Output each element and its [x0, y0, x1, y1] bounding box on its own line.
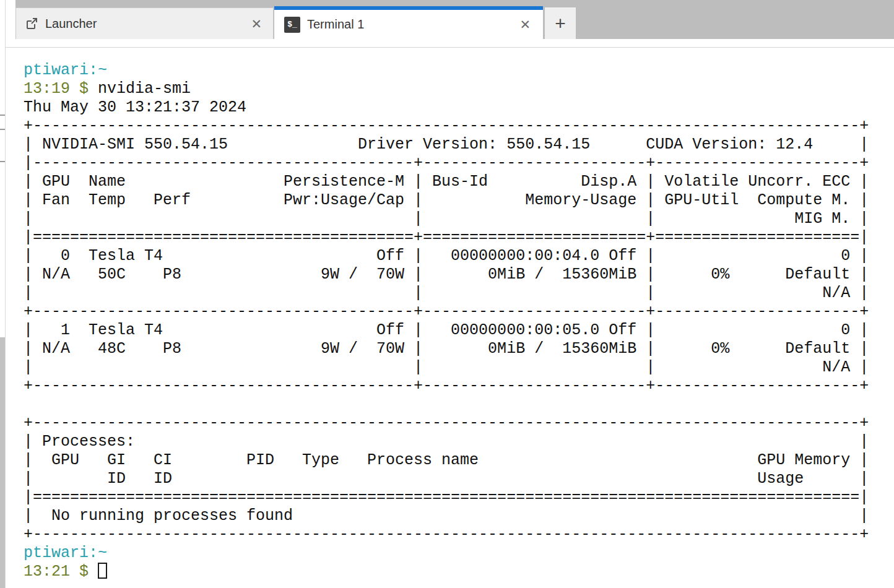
terminal-line: ptiwari:~	[24, 61, 894, 80]
tab-bar: Launcher ✕ $_ Terminal 1 ✕ +	[15, 0, 894, 39]
terminal-line: | | | N/A |	[24, 358, 894, 377]
launcher-icon	[25, 17, 38, 30]
terminal-line: | Processes: |	[24, 433, 894, 451]
gutter-tick	[0, 129, 5, 130]
terminal-line: | No running processes found |	[24, 507, 894, 525]
plus-icon: +	[555, 14, 566, 33]
new-tab-button[interactable]: +	[545, 7, 576, 39]
terminal-line: | ID ID Usage |	[24, 470, 894, 488]
terminal-line: | N/A 50C P8 9W / 70W | 0MiB / 15360MiB …	[24, 266, 894, 284]
close-icon[interactable]: ✕	[517, 17, 533, 32]
terminal-line: | N/A 48C P8 9W / 70W | 0MiB / 15360MiB …	[24, 340, 894, 358]
left-gutter	[0, 0, 15, 588]
terminal-output: ptiwari:~13:19 $ nvidia-smiThu May 30 13…	[24, 61, 894, 581]
terminal-line: | 0 Tesla T4 Off | 00000000:00:04.0 Off …	[24, 247, 894, 266]
terminal-line: | GPU GI CI PID Type Process name GPU Me…	[24, 451, 894, 470]
terminal-line: 13:19 $ nvidia-smi	[24, 80, 894, 98]
terminal-line: +---------------------------------------…	[24, 414, 894, 433]
gutter-tick	[0, 115, 5, 116]
terminal-line: +---------------------------------------…	[24, 377, 894, 396]
terminal-line: | NVIDIA-SMI 550.54.15 Driver Version: 5…	[24, 136, 894, 154]
terminal-icon: $_	[284, 17, 300, 33]
tab-launcher[interactable]: Launcher ✕	[15, 7, 274, 39]
terminal-line: 13:21 $	[24, 563, 894, 581]
close-icon[interactable]: ✕	[248, 16, 264, 32]
tab-launcher-label: Launcher	[45, 17, 248, 31]
gutter-scrollbar-thumb[interactable]	[0, 337, 5, 588]
terminal-line: +---------------------------------------…	[24, 303, 894, 321]
terminal-line: ptiwari:~	[24, 544, 894, 563]
tab-terminal-label: Terminal 1	[307, 17, 517, 32]
terminal-area[interactable]: ptiwari:~13:19 $ nvidia-smiThu May 30 13…	[15, 48, 894, 588]
terminal-line: | GPU Name Persistence-M | Bus-Id Disp.A…	[24, 173, 894, 191]
sidebar-divider	[5, 0, 6, 588]
terminal-line	[24, 396, 894, 414]
terminal-line: | | | N/A |	[24, 284, 894, 303]
terminal-line: +---------------------------------------…	[24, 117, 894, 136]
terminal-line: |=======================================…	[24, 488, 894, 507]
tab-terminal-1[interactable]: $_ Terminal 1 ✕	[274, 6, 543, 39]
terminal-line: |=======================================…	[24, 228, 894, 247]
terminal-line: | Fan Temp Perf Pwr:Usage/Cap | Memory-U…	[24, 191, 894, 210]
terminal-line: +---------------------------------------…	[24, 525, 894, 544]
terminal-line: | 1 Tesla T4 Off | 00000000:00:05.0 Off …	[24, 321, 894, 340]
terminal-line: | | | MIG M. |	[24, 210, 894, 228]
tabbar-bottom-divider	[5, 47, 894, 48]
terminal-line: |---------------------------------------…	[24, 154, 894, 173]
gutter-tick	[0, 161, 5, 162]
terminal-cursor	[98, 563, 107, 579]
terminal-line: Thu May 30 13:21:37 2024	[24, 98, 894, 117]
